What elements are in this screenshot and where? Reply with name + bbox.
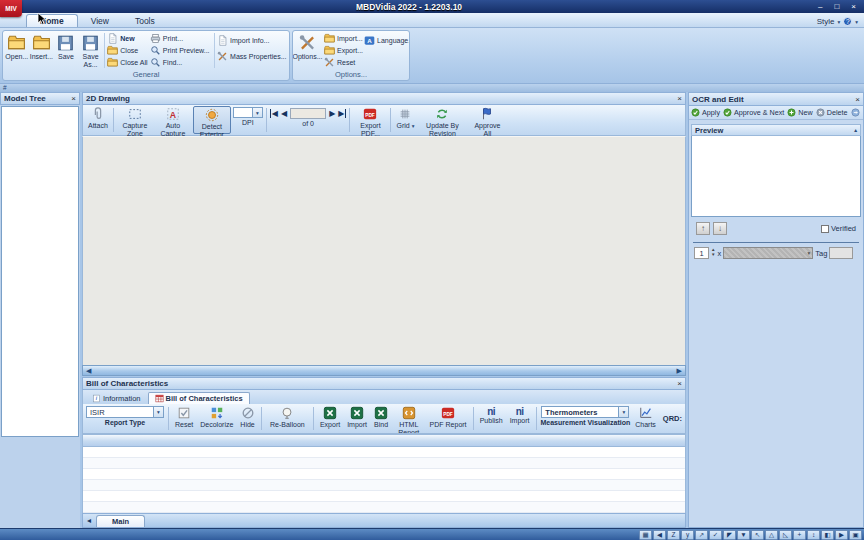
verified-checkbox[interactable] [821, 225, 829, 233]
insert-button[interactable]: Insert... [30, 32, 54, 69]
detect-exterior-button[interactable]: Detect Exterior [193, 106, 231, 134]
save-as-button[interactable]: Save As... [79, 32, 103, 69]
spin-down-icon[interactable]: ▼ [711, 253, 715, 258]
help-icon[interactable]: ? [843, 17, 852, 26]
taskbar-icon[interactable]: △ [765, 530, 778, 540]
taskbar-icon[interactable]: ▼ [737, 530, 750, 540]
visualization-combobox[interactable]: Thermometers▾ [541, 406, 629, 418]
tab-view[interactable]: View [78, 15, 122, 27]
ocr-close-icon[interactable]: × [855, 95, 860, 104]
ocr-delete-button[interactable]: Delete [816, 108, 848, 117]
options-export-button[interactable]: Export... [324, 45, 363, 56]
move-up-button[interactable]: ↑ [696, 222, 710, 235]
taskbar-icon[interactable]: ◤ [723, 530, 736, 540]
mass-properties-button[interactable]: Mass Properties... [217, 51, 287, 62]
model-tree-close-icon[interactable]: × [71, 94, 76, 103]
tab-information[interactable]: Information [86, 393, 147, 404]
preview-collapse-icon[interactable]: ▴ [854, 127, 857, 133]
approve-next-button[interactable]: Approve & Next [723, 108, 784, 117]
sheet-tab-main[interactable]: Main [96, 515, 145, 527]
first-page-icon[interactable]: ◀ [270, 109, 278, 118]
ocr-prev-button[interactable] [851, 108, 860, 117]
ni-import-button[interactable]: niImport [508, 405, 532, 432]
report-type-combobox[interactable]: ISIR▾ [86, 406, 164, 418]
report-type-caret-icon[interactable]: ▾ [153, 407, 163, 417]
tag-input[interactable] [829, 247, 853, 259]
taskbar-icon[interactable]: ▦ [639, 530, 652, 540]
count-spinner-value[interactable]: 1 [694, 247, 709, 259]
save-button[interactable]: Save [54, 32, 78, 69]
taskbar-icon[interactable]: ◺ [779, 530, 792, 540]
model-tree-list[interactable] [1, 106, 79, 437]
dpi-caret-icon[interactable]: ▾ [252, 108, 262, 117]
maximize-button[interactable]: □ [834, 2, 839, 11]
print-button[interactable]: Print... [150, 33, 212, 44]
taskbar-icon[interactable]: y [681, 530, 694, 540]
html-report-button[interactable]: HTML Report [393, 405, 424, 432]
import-info-button[interactable]: Import Info... [217, 35, 287, 46]
tab-home[interactable]: Home [26, 14, 78, 27]
options-import-button[interactable]: Import... [324, 33, 363, 44]
minimize-button[interactable]: – [818, 2, 822, 11]
reset-button[interactable]: Reset [173, 405, 195, 432]
app-logo[interactable]: MIV [0, 0, 22, 17]
boc-close-icon[interactable]: × [677, 379, 682, 388]
open-button[interactable]: Open... [5, 32, 29, 69]
count-spinner-buttons[interactable]: ▲▼ [711, 248, 715, 258]
approve-all-button[interactable]: Approve All [468, 106, 506, 134]
decolorize-button[interactable]: Decolorize [198, 405, 235, 432]
table-row[interactable] [83, 447, 685, 458]
next-page-icon[interactable]: ▶ [329, 109, 335, 118]
taskbar-icon[interactable]: ▶ [835, 530, 848, 540]
update-by-revision-button[interactable]: Update By Revision [418, 106, 466, 134]
bind-button[interactable]: Bind [372, 405, 390, 432]
last-page-icon[interactable]: ▶ [338, 109, 346, 118]
preview-area[interactable] [691, 136, 861, 217]
preview-section-header[interactable]: Preview ▴ [691, 124, 861, 136]
taskbar-icon[interactable]: ◀ [653, 530, 666, 540]
move-down-button[interactable]: ↓ [713, 222, 727, 235]
boc-table[interactable] [82, 447, 686, 513]
capture-zone-button[interactable]: Capture Zone [117, 106, 153, 134]
tab-bill-of-characteristics[interactable]: Bill of Characteristics [148, 392, 250, 404]
taskbar-icon[interactable]: + [793, 530, 806, 540]
hide-button[interactable]: Hide [238, 405, 256, 432]
drawing-horizontal-scrollbar[interactable]: ◀ ▶ [82, 365, 686, 376]
grid-caret-icon[interactable]: ▾ [412, 123, 415, 129]
options-reset-button[interactable]: Reset [324, 57, 363, 68]
scroll-left-icon[interactable]: ◀ [86, 367, 91, 375]
taskbar-icon[interactable]: Z [667, 530, 680, 540]
auto-capture-button[interactable]: Auto Capture [155, 106, 191, 134]
drawing-canvas[interactable] [82, 136, 686, 365]
print-preview-button[interactable]: Print Preview... [150, 45, 212, 56]
table-row[interactable] [83, 469, 685, 480]
new-button[interactable]: New [107, 33, 149, 44]
close-all-button[interactable]: Close All [107, 57, 149, 68]
taskbar-icon[interactable]: ↖ [751, 530, 764, 540]
ocr-new-button[interactable]: New [787, 108, 812, 117]
table-row[interactable] [83, 491, 685, 502]
find-button[interactable]: Find... [150, 57, 212, 68]
publish-button[interactable]: niPublish [478, 405, 505, 432]
taskbar-icon[interactable]: ◧ [821, 530, 834, 540]
export-pdf-button[interactable]: Export PDF... [353, 106, 387, 134]
table-row[interactable] [83, 458, 685, 469]
close-doc-button[interactable]: Close [107, 45, 149, 56]
grid-button[interactable]: Grid ▾ [394, 106, 416, 134]
boc-import-button[interactable]: Import [345, 405, 369, 432]
taskbar-icon[interactable]: ✓ [709, 530, 722, 540]
language-button[interactable]: Language... [364, 35, 409, 46]
scroll-right-icon[interactable]: ▶ [677, 367, 682, 375]
reballoon-button[interactable]: Re-Balloon [266, 405, 309, 432]
table-row[interactable] [83, 502, 685, 513]
table-row[interactable] [83, 480, 685, 491]
style-menu[interactable]: Style [817, 17, 835, 26]
drawing-close-icon[interactable]: × [677, 94, 682, 103]
ocr-next-button[interactable] [863, 108, 864, 117]
apply-button[interactable]: Apply [691, 108, 720, 117]
visualization-caret-icon[interactable]: ▾ [618, 407, 628, 417]
taskbar-icon[interactable]: ↗ [695, 530, 708, 540]
pdf-report-button[interactable]: PDF Report [427, 405, 468, 432]
taskbar-icon[interactable]: ↕ [807, 530, 820, 540]
page-number-input[interactable] [290, 108, 326, 119]
